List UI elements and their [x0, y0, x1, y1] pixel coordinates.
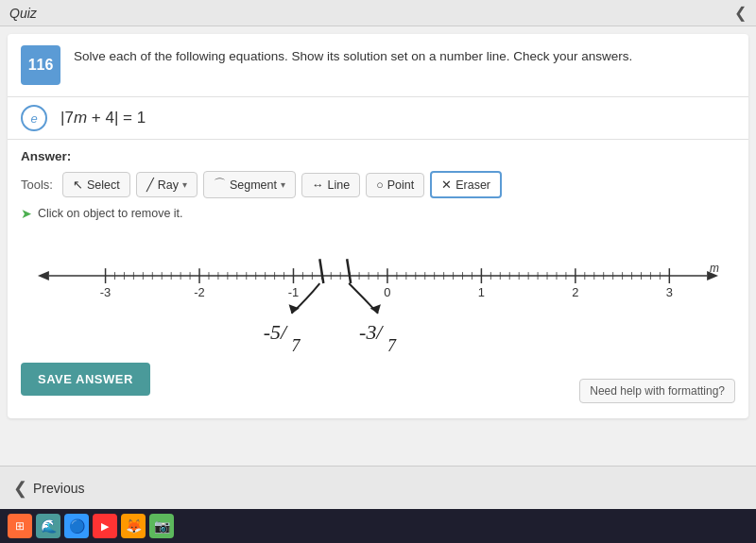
taskbar-icon-6[interactable]: 📷: [149, 514, 174, 538]
taskbar-icon-2[interactable]: 🌊: [36, 514, 60, 538]
segment-icon: ⌒: [214, 177, 226, 193]
equation: |7m + 4| = 1: [60, 109, 146, 127]
answer-label: Answer:: [21, 149, 735, 163]
equation-text: |7m + 4| = 1: [60, 109, 146, 127]
eraser-label: Eraser: [455, 178, 490, 192]
question-text: Solve each of the following equations. S…: [74, 45, 632, 66]
previous-button[interactable]: ❮ Previous: [13, 478, 84, 499]
number-line-svg: -3 -2 -1 0 1 2 3 m: [30, 230, 726, 353]
part-block: e |7m + 4| = 1: [8, 97, 748, 140]
footer-nav: ❮ Previous: [0, 466, 756, 509]
ray-icon: ╱: [146, 178, 154, 192]
header-title: Quiz: [9, 6, 37, 21]
action-text-bar: ➤ Click on object to remove it.: [21, 206, 735, 221]
svg-text:-1: -1: [288, 285, 299, 299]
previous-arrow-icon: ❮: [13, 478, 27, 499]
segment-label: Segment: [230, 178, 277, 192]
back-arrow-icon[interactable]: ❮: [734, 4, 747, 22]
action-arrow-icon: ➤: [21, 206, 32, 221]
select-label: Select: [87, 178, 120, 192]
segment-dropdown-icon: ▾: [281, 179, 285, 190]
cursor-icon: ↖: [73, 178, 83, 192]
svg-text:1: 1: [478, 285, 485, 299]
point-icon: ○: [376, 178, 384, 192]
svg-text:-2: -2: [194, 285, 204, 299]
select-tool-button[interactable]: ↖ Select: [62, 172, 130, 197]
svg-text:m: m: [710, 262, 719, 275]
number-line-container[interactable]: -3 -2 -1 0 1 2 3 m: [30, 230, 726, 353]
svg-text:-3/: -3/: [359, 321, 384, 344]
help-formatting-button[interactable]: Need help with formatting?: [579, 379, 735, 403]
svg-text:2: 2: [572, 285, 578, 299]
main-content: 116 Solve each of the following equation…: [8, 34, 748, 418]
svg-text:-5/: -5/: [264, 321, 288, 344]
ray-tool-button[interactable]: ╱ Ray ▾: [136, 172, 198, 197]
taskbar-icon-4[interactable]: ▶: [93, 514, 117, 538]
eraser-tool-button[interactable]: ✕ Eraser: [430, 171, 502, 198]
ray-label: Ray: [158, 178, 179, 192]
segment-tool-button[interactable]: ⌒ Segment ▾: [203, 171, 296, 198]
toolbar-label: Tools:: [21, 178, 53, 192]
line-label: Line: [327, 178, 350, 192]
answer-section: Answer: Tools: ↖ Select ╱ Ray ▾ ⌒ Segmen…: [8, 140, 748, 418]
action-description: Click on object to remove it.: [38, 207, 183, 220]
svg-marker-74: [286, 304, 300, 315]
line-icon: ↔: [312, 178, 324, 192]
svg-text:3: 3: [666, 285, 673, 299]
svg-line-73: [347, 259, 351, 283]
svg-text:-3: -3: [100, 285, 111, 299]
svg-text:0: 0: [384, 285, 390, 299]
svg-text:7: 7: [291, 336, 301, 353]
eraser-x-icon: ✕: [441, 178, 452, 192]
save-answer-button[interactable]: SAVE ANSWER: [21, 363, 150, 396]
question-number: 116: [21, 45, 60, 85]
svg-text:7: 7: [387, 336, 397, 353]
svg-marker-1: [38, 271, 49, 280]
ray-dropdown-icon: ▾: [182, 179, 187, 190]
part-label: e: [21, 105, 47, 131]
point-label: Point: [387, 178, 415, 192]
toolbar: Tools: ↖ Select ╱ Ray ▾ ⌒ Segment ▾ ↔ Li…: [21, 171, 735, 198]
previous-label: Previous: [33, 481, 84, 496]
taskbar-icon-5[interactable]: 🦊: [121, 514, 146, 538]
svg-line-72: [319, 259, 323, 283]
taskbar-icon-1[interactable]: ⊞: [8, 514, 32, 538]
taskbar: ⊞ 🌊 🔵 ▶ 🦊 📷: [0, 509, 756, 543]
line-tool-button[interactable]: ↔ Line: [301, 173, 360, 197]
point-tool-button[interactable]: ○ Point: [366, 173, 424, 197]
header-bar: Quiz ❮: [0, 0, 756, 26]
taskbar-icon-3[interactable]: 🔵: [64, 514, 89, 538]
question-block: 116 Solve each of the following equation…: [8, 34, 748, 97]
